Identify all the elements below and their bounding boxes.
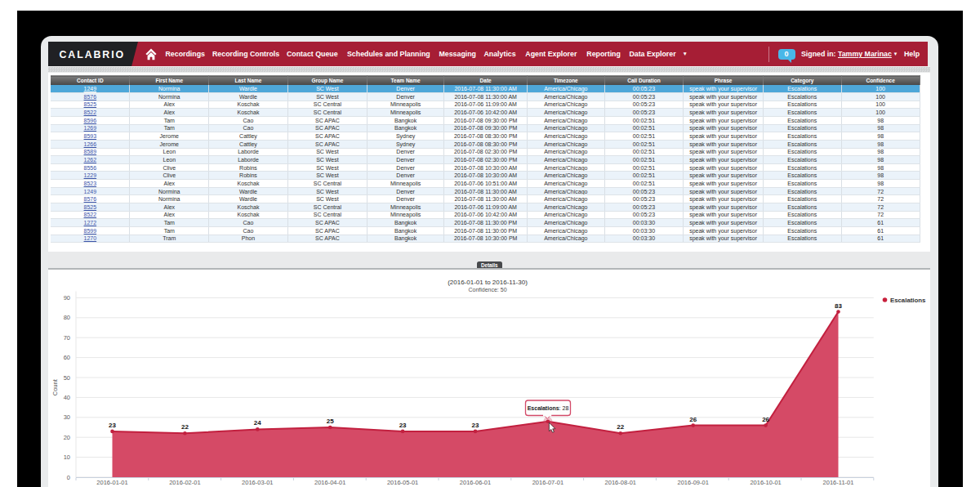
- svg-text:26: 26: [689, 416, 697, 423]
- svg-text:2016-07-01: 2016-07-01: [532, 479, 564, 486]
- svg-text:Escalations: 28: Escalations: 28: [528, 405, 569, 411]
- svg-text:40: 40: [64, 394, 70, 401]
- svg-text:22: 22: [181, 423, 189, 431]
- svg-text:10: 10: [64, 453, 70, 461]
- svg-text:22: 22: [617, 423, 624, 431]
- svg-text:26: 26: [762, 416, 769, 423]
- svg-text:23: 23: [472, 422, 479, 429]
- svg-text:24: 24: [254, 419, 261, 427]
- svg-text:50: 50: [64, 374, 70, 382]
- svg-text:83: 83: [835, 302, 842, 310]
- svg-text:23: 23: [399, 422, 407, 429]
- svg-text:25: 25: [327, 418, 334, 425]
- svg-text:2016-05-01: 2016-05-01: [387, 479, 418, 486]
- svg-text:2016-08-01: 2016-08-01: [605, 479, 636, 486]
- svg-text:0: 0: [67, 474, 70, 481]
- svg-text:30: 30: [64, 413, 70, 421]
- svg-text:90: 90: [64, 294, 70, 302]
- svg-text:2016-09-01: 2016-09-01: [678, 479, 709, 486]
- svg-text:2016-03-01: 2016-03-01: [242, 479, 273, 486]
- svg-text:70: 70: [64, 334, 70, 342]
- svg-text:Count: Count: [51, 378, 59, 395]
- svg-text:2016-11-01: 2016-11-01: [823, 479, 854, 486]
- svg-text:2016-06-01: 2016-06-01: [460, 479, 491, 486]
- svg-text:(2016-01-01 to 2016-11-30): (2016-01-01 to 2016-11-30): [448, 279, 528, 286]
- svg-text:60: 60: [64, 354, 70, 361]
- svg-text:2016-10-01: 2016-10-01: [750, 479, 781, 486]
- svg-text:Escalations: Escalations: [890, 297, 926, 304]
- svg-text:Confidence: 50: Confidence: 50: [468, 287, 506, 293]
- svg-text:2016-02-01: 2016-02-01: [169, 479, 200, 486]
- svg-text:20: 20: [64, 434, 70, 441]
- svg-text:80: 80: [64, 314, 70, 321]
- svg-text:2016-04-01: 2016-04-01: [314, 479, 345, 486]
- svg-text:2016-01-01: 2016-01-01: [96, 479, 127, 486]
- svg-text:23: 23: [109, 422, 116, 429]
